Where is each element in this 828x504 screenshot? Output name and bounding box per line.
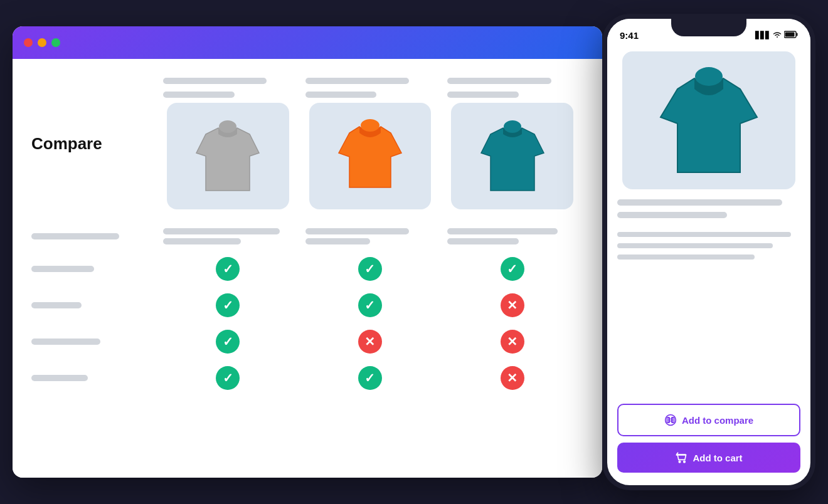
product-3-price-bar [447, 92, 519, 98]
feature-check-1-1: ✓ [157, 251, 299, 287]
phone-notch [671, 19, 746, 36]
feature-val-0-2 [299, 222, 442, 251]
compare-title-cell: Compare [31, 78, 157, 209]
check-icon-1-1: ✓ [216, 257, 240, 281]
add-to-cart-button[interactable]: Add to cart [617, 443, 800, 473]
phone-status-icons: ▋▋▋ [755, 31, 798, 39]
compare-icon [664, 414, 677, 426]
svg-point-1 [361, 119, 380, 132]
compare-image-row: Compare [31, 78, 583, 209]
val-bar-0-2b [305, 238, 370, 244]
compare-button-label: Add to compare [682, 415, 753, 426]
svg-point-0 [219, 120, 236, 133]
product-2-price-bar [305, 92, 377, 98]
product-1-image-card [167, 103, 289, 209]
shirt-orange-icon [336, 115, 405, 197]
check-icon-2-2: ✓ [358, 293, 382, 317]
product-2-header [299, 78, 442, 209]
desktop-browser: Compare [13, 26, 602, 478]
phone-time: 9:41 [620, 30, 639, 41]
feature-check-4-2: ✓ [299, 360, 442, 396]
battery-icon [784, 31, 798, 39]
product-3-image-card [451, 103, 573, 209]
browser-titlebar [13, 26, 602, 59]
browser-close-dot[interactable] [24, 38, 33, 47]
phone-info-bar-4 [617, 243, 773, 248]
feature-check-2-1: ✓ [157, 287, 299, 323]
product-2-name-bar [305, 78, 409, 84]
shirt-gray-icon [193, 115, 262, 197]
svg-point-10 [679, 461, 681, 463]
mobile-phone: 9:41 ▋▋▋ [602, 14, 815, 490]
val-bar-0-1a [163, 228, 280, 234]
feature-label-4 [31, 360, 157, 396]
val-bar-0-3b [447, 238, 519, 244]
cross-icon-3-3: ✕ [501, 330, 524, 354]
svg-rect-5 [785, 33, 795, 37]
feature-check-1-3: ✓ [441, 251, 583, 287]
browser-minimize-dot[interactable] [38, 38, 46, 47]
phone-spacer [617, 224, 800, 232]
product-3-name-bar [447, 78, 551, 84]
val-bar-0-1b [163, 238, 241, 244]
phone-shirt-teal-icon [656, 61, 762, 180]
feature-val-0-3 [441, 222, 583, 251]
add-to-compare-button[interactable]: Add to compare [617, 404, 800, 436]
phone-info-bar-5 [617, 255, 755, 260]
phone-product-image-wrap [607, 46, 810, 189]
feature-label-0 [31, 222, 157, 251]
phone-body: Add to compare Add to cart [607, 46, 810, 485]
feature-label-1 [31, 251, 157, 287]
feature-label-2 [31, 287, 157, 323]
cart-button-label: Add to cart [693, 453, 742, 463]
cross-icon-3-2: ✕ [358, 330, 382, 354]
product-1-price-bar [163, 92, 235, 98]
label-bar-3 [31, 339, 100, 345]
feature-label-3 [31, 323, 157, 360]
label-bar-1 [31, 266, 94, 272]
product-3-header [441, 78, 583, 209]
svg-point-11 [684, 461, 686, 463]
feature-cross-4-3: ✕ [441, 360, 583, 396]
compare-heading: Compare [31, 134, 102, 154]
check-icon-1-2: ✓ [358, 257, 382, 281]
val-bar-0-3a [447, 228, 558, 234]
check-icon-2-1: ✓ [216, 293, 240, 317]
shirt-teal-icon [478, 115, 547, 197]
signal-icon: ▋▋▋ [755, 31, 770, 39]
cart-icon [675, 451, 687, 464]
product-1-header [157, 78, 299, 209]
phone-info-bar-3 [617, 232, 791, 237]
scene: Compare [13, 14, 815, 490]
browser-maximize-dot[interactable] [51, 38, 60, 47]
phone-product-image [622, 51, 795, 189]
check-icon-1-3: ✓ [501, 257, 524, 281]
product-1-name-bar [163, 78, 267, 84]
label-bar-2 [31, 302, 82, 308]
phone-info-bar-1 [617, 199, 782, 206]
product-2-image-card [309, 103, 432, 209]
feature-check-2-2: ✓ [299, 287, 442, 323]
svg-point-6 [695, 67, 723, 86]
browser-content: Compare [13, 59, 602, 478]
label-bar-4 [31, 375, 88, 381]
wifi-icon [773, 31, 782, 39]
check-icon-3-1: ✓ [216, 330, 240, 354]
phone-action-buttons: Add to compare Add to cart [607, 396, 810, 485]
check-icon-4-1: ✓ [216, 366, 240, 390]
svg-rect-4 [797, 33, 798, 36]
check-icon-4-2: ✓ [358, 366, 382, 390]
feature-check-4-1: ✓ [157, 360, 299, 396]
feature-cross-2-3: ✕ [441, 287, 583, 323]
feature-cross-3-2: ✕ [299, 323, 442, 360]
feature-rows: ✓ ✓ ✓ ✓ ✓ ✕ [31, 222, 583, 396]
feature-val-0-1 [157, 222, 299, 251]
svg-point-2 [504, 120, 521, 133]
phone-info-bar-2 [617, 212, 727, 218]
val-bar-0-2a [305, 228, 409, 234]
feature-check-3-1: ✓ [157, 323, 299, 360]
cross-icon-4-3: ✕ [501, 366, 524, 390]
feature-check-1-2: ✓ [299, 251, 442, 287]
label-bar-0 [31, 233, 119, 239]
feature-cross-3-3: ✕ [441, 323, 583, 360]
